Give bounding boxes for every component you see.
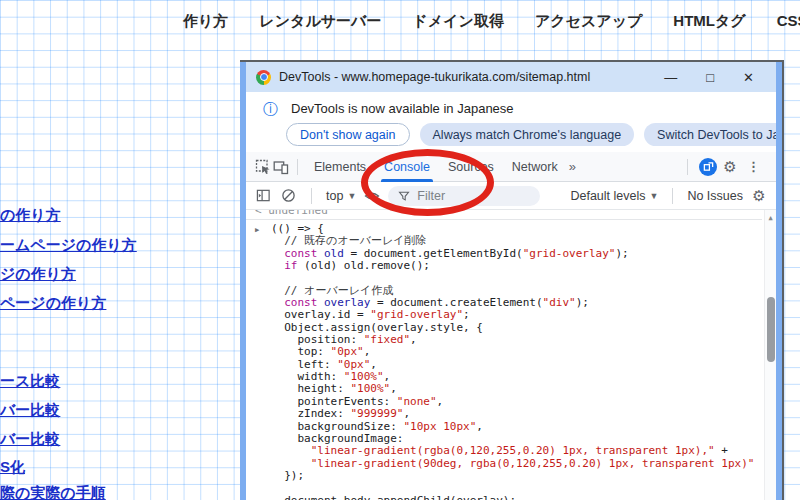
inspect-element-icon[interactable] <box>254 158 272 176</box>
window-controls: — □ ✕ <box>664 71 776 84</box>
console-separator <box>246 219 762 220</box>
sidebar-link[interactable]: バー比較 <box>0 430 60 449</box>
sidebar-link[interactable]: の作り方 <box>0 206 61 225</box>
devtools-tabbar: ElementsConsoleSourcesNetwork » ⚙ ⋮ <box>246 152 776 182</box>
switch-language-button[interactable]: Switch DevTools to Jap <box>644 123 776 146</box>
console-settings-gear-icon[interactable]: ⚙ <box>750 187 768 205</box>
scrollbar-thumb[interactable] <box>767 297 775 362</box>
more-tabs-icon[interactable]: » <box>569 159 576 174</box>
info-icon: ⓘ <box>263 101 278 116</box>
default-levels-selector[interactable]: Default levels ▼ <box>570 189 658 203</box>
sidebar: の作り方ームページの作り方ジの作り方ページの作り方ース比較バー比較バー比較S化際… <box>0 0 240 500</box>
code-line: }); <box>271 470 776 482</box>
devtools-window: DevTools - www.homepage-tukurikata.com/s… <box>240 60 784 500</box>
chrome-icon <box>256 70 271 85</box>
scroll-up-arrow-icon[interactable]: ▲ <box>765 210 776 222</box>
divider <box>297 159 298 175</box>
tab-network[interactable]: Network <box>503 152 567 182</box>
console-code: (() => { // 既存のオーバーレイ削除 const old = docu… <box>271 223 776 500</box>
chevron-down-icon: ▼ <box>347 191 356 201</box>
tab-label: Elements <box>314 160 366 174</box>
minimize-button[interactable]: — <box>664 71 677 84</box>
kebab-menu-icon[interactable]: ⋮ <box>743 159 764 174</box>
nav-item[interactable]: CSS <box>777 12 800 31</box>
window-title: DevTools - www.homepage-tukurikata.com/s… <box>279 70 590 84</box>
devtools-window-inner: DevTools - www.homepage-tukurikata.com/s… <box>240 62 782 500</box>
console-result: < undefined <box>255 210 776 217</box>
top-nav: 作り方レンタルサーバードメイン取得アクセスアップHTMLタグCSS <box>183 12 800 31</box>
console-output: < undefined ▶ (() => { // 既存のオーバーレイ削除 co… <box>246 210 776 500</box>
console-toolbar: top ▼ Filter Default levels ▼ <box>246 182 776 210</box>
code-line: if (old) old.remove(); <box>271 260 776 272</box>
divider <box>687 159 688 175</box>
sidebar-link[interactable]: S化 <box>0 458 25 477</box>
issues-counter[interactable]: No Issues <box>687 189 743 203</box>
sidebar-link[interactable]: ページの作り方 <box>0 294 106 313</box>
sidebar-link[interactable]: ームページの作り方 <box>0 236 137 255</box>
context-selector[interactable]: top ▼ <box>326 189 356 203</box>
sidebar-link[interactable]: ジの作り方 <box>0 265 76 284</box>
nav-item[interactable]: ドメイン取得 <box>412 12 503 31</box>
device-toolbar-icon[interactable] <box>272 158 290 176</box>
code-line: document.body.appendChild(overlay); <box>271 495 776 500</box>
dont-show-again-button[interactable]: Don't show again <box>286 123 410 146</box>
notification-message: DevTools is now available in Japanese <box>291 101 514 116</box>
tab-label: Network <box>512 160 558 174</box>
nav-item[interactable]: レンタルサーバー <box>259 12 381 31</box>
match-language-button[interactable]: Always match Chrome's language <box>420 123 635 146</box>
console-sidebar-icon[interactable] <box>254 187 272 205</box>
sidebar-link[interactable]: 際の実際の手順 <box>0 484 106 500</box>
divider <box>672 188 673 204</box>
sidebar-link[interactable]: バー比較 <box>0 401 60 420</box>
sidebar-link[interactable]: ース比較 <box>0 372 60 391</box>
maximize-button[interactable]: □ <box>706 71 714 84</box>
expand-triangle-icon[interactable]: ▶ <box>255 226 259 234</box>
code-line: "linear-gradient(90deg, rgba(0,120,255,0… <box>271 458 776 470</box>
divider <box>311 188 312 204</box>
nav-item[interactable]: アクセスアップ <box>535 12 642 31</box>
nav-item[interactable]: HTMLタグ <box>673 12 745 31</box>
settings-gear-icon[interactable]: ⚙ <box>721 158 739 176</box>
clear-console-icon[interactable] <box>279 187 297 205</box>
notification-bar: ⓘ DevTools is now available in Japanese … <box>246 92 776 152</box>
titlebar[interactable]: DevTools - www.homepage-tukurikata.com/s… <box>246 62 776 92</box>
console-scrollbar[interactable]: ▲ <box>764 210 776 500</box>
annotation-ellipse <box>361 149 494 216</box>
close-button[interactable]: ✕ <box>743 71 754 84</box>
chevron-down-icon: ▼ <box>649 191 658 201</box>
dock-side-icon[interactable] <box>699 158 717 176</box>
